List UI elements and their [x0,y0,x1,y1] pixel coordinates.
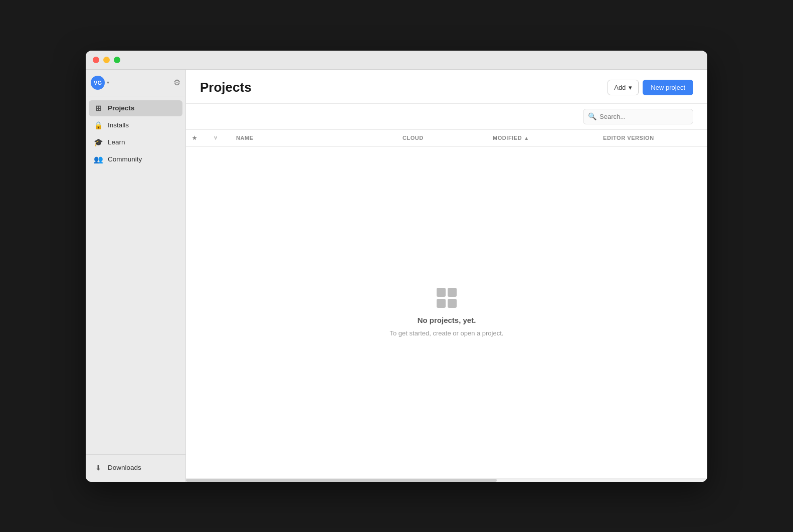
th-name-label: NAME [236,135,254,141]
page-title: Projects [200,80,252,95]
empty-icon-sq-4 [448,299,457,308]
maximize-button[interactable] [114,57,120,63]
empty-icon-sq-1 [437,288,446,297]
traffic-lights [93,57,120,63]
sidebar-item-learn-label: Learn [108,138,125,146]
main-content: Projects Add ▾ New project 🔍 [186,70,707,482]
app-body: VG ▾ ⚙ ⊞ Projects 🔒 Installs 🎓 Learn [86,70,707,482]
search-bar: 🔍 [186,104,707,130]
mortarboard-icon: 🎓 [94,138,103,147]
chevron-down-icon[interactable]: ▾ [107,80,109,85]
table-header: ★ ⑂ NAME CLOUD MODIFIED ▲ EDITOR VERSION [186,130,707,147]
add-button-label: Add [614,84,626,91]
sidebar-bottom: ⬇ Downloads [86,454,185,482]
sidebar-item-community-label: Community [108,155,142,163]
sidebar-nav: ⊞ Projects 🔒 Installs 🎓 Learn 👥 Communit… [86,96,185,454]
star-icon: ★ [192,135,197,141]
branch-icon: ⑂ [214,135,218,141]
empty-icon-sq-2 [448,288,457,297]
minimize-button[interactable] [103,57,110,63]
th-branch: ⑂ [208,130,230,146]
sidebar-item-installs[interactable]: 🔒 Installs [89,117,182,133]
sidebar-item-downloads-label: Downloads [108,464,141,471]
th-modified-label: MODIFIED [493,135,522,141]
empty-state-subtitle: To get started, create or open a project… [390,329,504,337]
sidebar-item-community[interactable]: 👥 Community [89,151,182,167]
sidebar: VG ▾ ⚙ ⊞ Projects 🔒 Installs 🎓 Learn [86,70,186,482]
search-icon: 🔍 [588,112,597,120]
empty-state: No projects, yet. To get started, create… [186,147,707,478]
grid-icon: ⊞ [94,104,103,113]
avatar[interactable]: VG [91,76,105,90]
app-window: VG ▾ ⚙ ⊞ Projects 🔒 Installs 🎓 Learn [86,51,707,482]
user-section[interactable]: VG ▾ [91,76,109,90]
main-header: Projects Add ▾ New project [186,70,707,104]
sidebar-item-downloads[interactable]: ⬇ Downloads [89,460,182,476]
th-editor-version: EDITOR VERSION [597,130,707,146]
people-icon: 👥 [94,155,103,164]
download-icon: ⬇ [94,463,103,472]
sidebar-item-learn[interactable]: 🎓 Learn [89,134,182,150]
th-star: ★ [186,130,208,146]
lock-icon: 🔒 [94,121,103,130]
th-name[interactable]: NAME [230,130,397,146]
empty-projects-icon [437,288,457,308]
header-actions: Add ▾ New project [608,80,693,95]
sidebar-item-installs-label: Installs [108,121,129,129]
sidebar-item-projects[interactable]: ⊞ Projects [89,100,182,116]
th-cloud: CLOUD [397,130,487,146]
add-button[interactable]: Add ▾ [608,80,639,95]
empty-icon-sq-3 [437,299,446,308]
sidebar-top: VG ▾ ⚙ [86,70,185,96]
scrollbar-area[interactable] [186,478,707,482]
search-input-wrap: 🔍 [583,109,693,124]
th-modified[interactable]: MODIFIED ▲ [487,130,597,146]
titlebar [86,51,707,70]
add-dropdown-icon: ▾ [629,84,632,91]
close-button[interactable] [93,57,99,63]
sidebar-item-projects-label: Projects [108,104,134,112]
th-editor-version-label: EDITOR VERSION [603,135,654,141]
scrollbar-thumb[interactable] [186,479,497,482]
empty-state-title: No projects, yet. [418,316,476,324]
gear-icon[interactable]: ⚙ [173,78,180,87]
th-cloud-label: CLOUD [403,135,424,141]
search-input[interactable] [583,109,693,124]
new-project-button[interactable]: New project [643,80,693,95]
sort-asc-icon: ▲ [524,135,529,141]
